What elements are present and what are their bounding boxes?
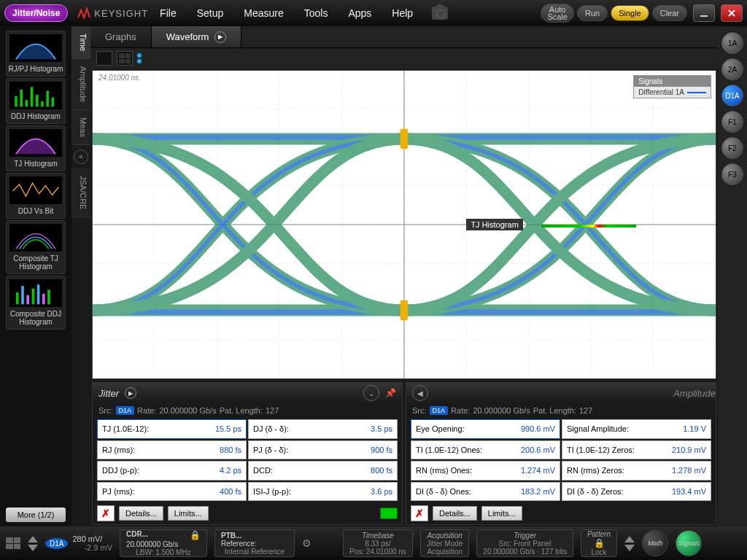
ptb-status[interactable]: PTB...Reference:Internal Reference bbox=[214, 529, 295, 557]
layout-multi-icon[interactable] bbox=[117, 51, 133, 66]
jitter-remove-button[interactable]: ✗ bbox=[97, 505, 115, 521]
camera-icon[interactable] bbox=[432, 7, 448, 20]
left-thumbnail-rail: RJ/PJ Histogram DDJ Histogram TJ Histogr… bbox=[0, 26, 71, 526]
svg-rect-7 bbox=[46, 91, 49, 107]
acquisition-status[interactable]: AcquisitionJitter ModeAcquisition bbox=[420, 529, 469, 557]
thumb-tj-histogram[interactable]: TJ Histogram bbox=[6, 125, 66, 171]
meas-cell[interactable]: ISI-J (p-p):3.6 ps bbox=[248, 482, 398, 502]
jitter-play-icon[interactable]: ▶ bbox=[125, 387, 136, 399]
meas-cell[interactable]: TJ (1.0E-12):15.5 ps bbox=[97, 419, 247, 439]
channel-1a[interactable]: 1A bbox=[721, 32, 743, 54]
layout-single-icon[interactable] bbox=[96, 51, 112, 66]
play-icon[interactable]: ▶ bbox=[214, 31, 226, 43]
menu-setup[interactable]: Setup bbox=[188, 4, 233, 22]
meas-cell[interactable]: TI (1.0E-12) Zeros:210.9 mV bbox=[562, 440, 711, 460]
trigger-status[interactable]: TriggerSrc: Front Panel20.000000 Gb/s · … bbox=[476, 529, 573, 557]
meas-cell[interactable]: DJ (δ - δ):3.5 ps bbox=[248, 419, 398, 439]
nav-left-icon[interactable]: ◀ bbox=[412, 385, 428, 401]
display-tabs: Graphs Waveform▶ bbox=[90, 26, 718, 48]
jitter-details-button[interactable]: Details... bbox=[119, 506, 163, 521]
nav-up-icon[interactable] bbox=[624, 536, 635, 542]
pattern-status[interactable]: Pattern 🔒 Lock bbox=[581, 529, 617, 557]
status-bar: D1A 280 mV/-2.9 mV CDR...🔒 20.000000 Gb/… bbox=[0, 526, 747, 560]
scale-up-icon[interactable] bbox=[28, 536, 38, 542]
collapse-icon[interactable]: « bbox=[74, 149, 88, 164]
thumb-ddj-histogram[interactable]: DDJ Histogram bbox=[6, 78, 66, 124]
channel-f1[interactable]: F1 bbox=[721, 111, 743, 133]
mode-badge[interactable]: Jitter/Noise bbox=[4, 4, 68, 22]
menu-help[interactable]: Help bbox=[383, 4, 422, 22]
meas-cell[interactable]: DI (δ - δ) Ones:183.2 mV bbox=[411, 482, 560, 502]
amp-details-button[interactable]: Details... bbox=[433, 506, 477, 521]
nav-down-icon[interactable] bbox=[624, 545, 635, 551]
channel-f3[interactable]: F3 bbox=[721, 163, 743, 185]
run-button[interactable]: Run bbox=[577, 5, 608, 21]
thumb-rjpj-histogram[interactable]: RJ/PJ Histogram bbox=[6, 31, 66, 77]
menu-file[interactable]: File bbox=[151, 4, 185, 22]
meas-cell[interactable]: DI (δ - δ) Zeros:193.4 mV bbox=[562, 482, 711, 502]
tab-graphs[interactable]: Graphs bbox=[90, 26, 152, 47]
signals-button[interactable]: Signals bbox=[676, 530, 702, 556]
meas-cell[interactable]: Signal Amplitude:1.19 V bbox=[562, 419, 711, 439]
gear-icon[interactable]: ⚙ bbox=[302, 537, 311, 549]
vtab-amplitude[interactable]: Amplitude bbox=[71, 59, 90, 110]
vtab-meas[interactable]: Meas bbox=[71, 110, 90, 145]
menu-measure[interactable]: Measure bbox=[235, 4, 292, 22]
autoscale-button[interactable]: AutoScale bbox=[541, 4, 574, 23]
svg-rect-11 bbox=[26, 295, 29, 305]
thumb-composite-tj-histogram[interactable]: Composite TJ Histogram bbox=[6, 220, 66, 274]
meas-cell[interactable]: TI (1.0E-12) Ones:200.6 mV bbox=[411, 440, 560, 460]
meas-cell[interactable]: PJ (rms):400 fs bbox=[97, 482, 247, 502]
waveform-toolbar bbox=[90, 48, 718, 69]
amp-remove-button[interactable]: ✗ bbox=[411, 505, 428, 521]
eye-diagram-plot[interactable]: 24.01000 ns Signals Differential 1A TJ H… bbox=[92, 70, 716, 379]
single-button[interactable]: Single bbox=[611, 5, 649, 21]
plot-legend[interactable]: Signals Differential 1A bbox=[633, 75, 711, 98]
meas-cell[interactable]: RN (rms) Zeros:1.278 mV bbox=[562, 461, 711, 481]
channel-2a[interactable]: 2A bbox=[721, 58, 743, 80]
pattern-lock-icon: 🔒 bbox=[587, 538, 611, 548]
svg-rect-12 bbox=[32, 289, 35, 305]
vertical-scale[interactable]: D1A 280 mV/-2.9 mV bbox=[45, 534, 112, 552]
amplitude-title: Amplitude bbox=[673, 388, 716, 399]
amp-limits-button[interactable]: Limits... bbox=[481, 506, 522, 521]
channel-d1a[interactable]: D1A bbox=[721, 85, 743, 106]
amplitude-info: Src:D1A Rate:20.000000 Gb/s Pat. Length:… bbox=[406, 403, 716, 418]
clear-button[interactable]: Clear bbox=[652, 5, 687, 21]
expand-down-icon[interactable]: ⌄ bbox=[363, 385, 379, 401]
math-button[interactable]: Math bbox=[642, 530, 668, 556]
svg-rect-8 bbox=[52, 98, 55, 107]
cdr-status[interactable]: CDR...🔒 20.000000 Gb/sLBW: 1.500 MHz bbox=[120, 529, 207, 557]
more-button[interactable]: More (1/2) bbox=[6, 508, 66, 522]
meas-cell[interactable]: RN (rms) Ones:1.274 mV bbox=[411, 461, 560, 481]
pin-icon[interactable]: 📌 bbox=[385, 388, 396, 398]
signal-dots-icon[interactable] bbox=[137, 53, 142, 63]
tab-waveform[interactable]: Waveform▶ bbox=[152, 26, 242, 47]
channel-rail: 1A 2A D1A F1 F2 F3 bbox=[718, 26, 747, 526]
vtab-jsa[interactable]: JSA/CRE bbox=[71, 168, 90, 217]
svg-rect-6 bbox=[41, 101, 44, 106]
svg-rect-2 bbox=[20, 90, 23, 106]
scale-down-icon[interactable] bbox=[28, 545, 38, 551]
tj-histogram-bar bbox=[541, 225, 636, 228]
thumb-ddj-vs-bit[interactable]: DDJ Vs Bit bbox=[6, 173, 66, 219]
minimize-button[interactable] bbox=[693, 4, 715, 22]
thumb-composite-ddj-histogram[interactable]: Composite DDJ Histogram bbox=[6, 276, 66, 330]
timebase-status[interactable]: Timebase8.33 ps/Pos: 24.01000 ns bbox=[343, 529, 413, 557]
meas-cell[interactable]: RJ (rms):880 fs bbox=[97, 440, 247, 460]
layout-icon[interactable] bbox=[6, 537, 20, 549]
channel-f2[interactable]: F2 bbox=[721, 137, 743, 159]
meas-cell[interactable]: Eye Opening:990.6 mV bbox=[411, 419, 560, 439]
menu-tools[interactable]: Tools bbox=[295, 4, 337, 22]
meas-cell[interactable]: PJ (δ - δ):900 fs bbox=[248, 440, 398, 460]
meas-cell[interactable]: DCD:800 fs bbox=[248, 461, 398, 481]
vtab-time[interactable]: Time bbox=[71, 26, 90, 59]
tj-histogram-label: TJ Histogram bbox=[466, 219, 522, 230]
top-menu-bar: Jitter/Noise KEYSIGHT File Setup Measure… bbox=[0, 0, 747, 26]
menu-apps[interactable]: Apps bbox=[339, 4, 380, 22]
svg-rect-4 bbox=[31, 87, 34, 106]
meas-cell[interactable]: DDJ (p-p):4.2 ps bbox=[97, 461, 247, 481]
close-button[interactable] bbox=[721, 4, 743, 22]
svg-rect-5 bbox=[36, 95, 39, 106]
jitter-limits-button[interactable]: Limits... bbox=[168, 506, 209, 521]
